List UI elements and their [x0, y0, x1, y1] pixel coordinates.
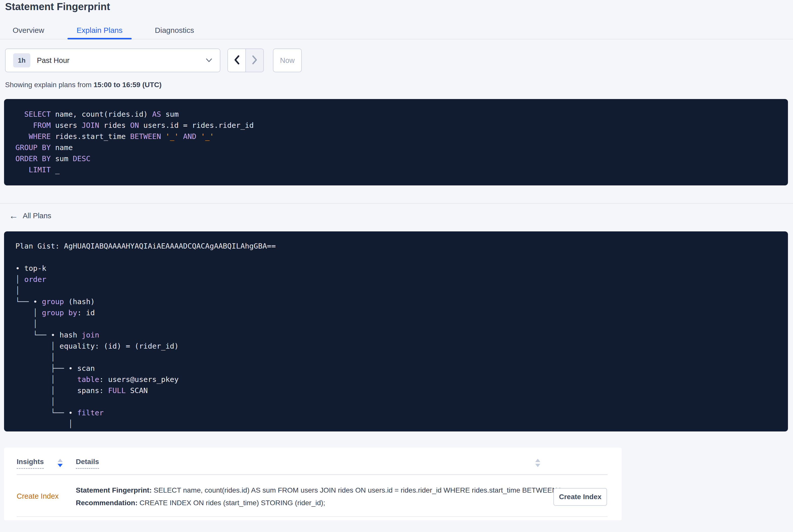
- plan-line: └── • group (hash): [15, 296, 788, 307]
- sql-line: GROUP BY name: [15, 142, 788, 153]
- next-time-button[interactable]: [246, 49, 263, 72]
- plan-line: │ table: users@users_pkey: [15, 374, 788, 385]
- section-divider: [0, 203, 793, 204]
- sql-line: SELECT name, count(rides.id) AS sum: [15, 109, 788, 120]
- chevron-left-icon: [234, 55, 240, 65]
- insights-table-panel: Insights Details Create Index Statement …: [4, 448, 622, 520]
- plan-gist-box: Plan Gist: AgHUAQIABQAAAAHYAQIAiAEAAAADC…: [4, 231, 788, 432]
- sort-up-icon: [58, 459, 63, 462]
- showing-range-text: Showing explain plans from 15:00 to 16:5…: [5, 81, 162, 89]
- sort-indicator-insights[interactable]: [58, 459, 63, 467]
- sort-down-icon: [535, 464, 540, 467]
- plan-line: │ spans: FULL SCAN: [15, 385, 788, 396]
- sort-down-icon: [58, 464, 63, 467]
- plan-line: └── • filter: [15, 407, 788, 418]
- chevron-right-icon: [252, 55, 258, 65]
- previous-time-button[interactable]: [228, 49, 246, 72]
- table-header-divider: [17, 474, 607, 475]
- plan-line: │ order: [15, 274, 788, 285]
- plan-line: │: [15, 396, 788, 407]
- tab-bar: Overview Explain Plans Diagnostics: [0, 22, 793, 39]
- statement-fingerprint-line: Statement Fingerprint: SELECT name, coun…: [76, 484, 571, 497]
- time-range-dropdown[interactable]: 1h Past Hour: [5, 49, 220, 72]
- sql-line: FROM users JOIN rides ON users.id = ride…: [15, 120, 788, 131]
- time-range-label: Past Hour: [37, 56, 70, 65]
- plan-line: • top-k: [15, 263, 788, 274]
- sql-line: ORDER BY sum DESC: [15, 153, 788, 164]
- plan-line: [15, 252, 788, 263]
- time-pager: [227, 49, 264, 72]
- tab-explain-plans[interactable]: Explain Plans: [68, 22, 132, 39]
- plan-line: └── • hash join: [15, 329, 788, 341]
- all-plans-link[interactable]: ← All Plans: [9, 211, 51, 220]
- column-header-details[interactable]: Details: [76, 458, 99, 466]
- chevron-down-icon: [206, 58, 212, 62]
- column-header-insights[interactable]: Insights: [17, 458, 44, 466]
- table-row-divider: [17, 516, 607, 517]
- plan-gist: Plan Gist: AgHUAQIABQAAAAHYAQIAiAEAAAADC…: [15, 241, 788, 252]
- time-toolbar: 1h Past Hour Now: [5, 49, 302, 72]
- now-button[interactable]: Now: [273, 49, 302, 72]
- time-interval-badge: 1h: [13, 53, 30, 68]
- create-index-button[interactable]: Create Index: [553, 488, 607, 506]
- sort-indicator-details[interactable]: [535, 459, 540, 467]
- sql-line: WHERE rides.start_time BETWEEN '_' AND '…: [15, 131, 788, 142]
- time-range-value: 15:00 to 16:59 (UTC): [94, 81, 162, 89]
- plan-line: │ equality: (id) = (rider_id): [15, 341, 788, 352]
- insight-type-label: Create Index: [17, 492, 59, 500]
- tab-overview[interactable]: Overview: [3, 22, 53, 39]
- recommendation-line: Recommendation: CREATE INDEX ON rides (s…: [76, 497, 571, 509]
- page-title: Statement Fingerprint: [5, 0, 110, 13]
- sort-up-icon: [535, 459, 540, 462]
- sql-line: LIMIT _: [15, 164, 788, 175]
- all-plans-label: All Plans: [23, 212, 51, 220]
- statement-fingerprint-page: Statement Fingerprint Overview Explain P…: [0, 0, 793, 532]
- plan-line: │ group by: id: [15, 307, 788, 318]
- plan-line: │: [15, 418, 788, 430]
- plan-line: │: [15, 285, 788, 296]
- back-arrow-icon: ←: [9, 211, 18, 220]
- insight-details-cell: Statement Fingerprint: SELECT name, coun…: [76, 484, 571, 509]
- tab-diagnostics[interactable]: Diagnostics: [146, 22, 203, 39]
- sql-statement-box: SELECT name, count(rides.id) AS sum FROM…: [4, 99, 788, 185]
- plan-line: │: [15, 318, 788, 329]
- plan-line: │: [15, 352, 788, 363]
- plan-line: ├── • scan: [15, 363, 788, 374]
